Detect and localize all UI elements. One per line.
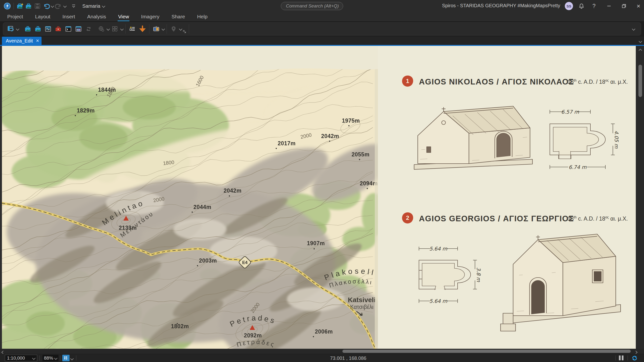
terrain-blob	[123, 95, 176, 119]
catalog-pane-button[interactable]	[23, 24, 33, 34]
spot-height-dot	[359, 159, 360, 160]
project-dropdown[interactable]	[102, 2, 106, 10]
close-button[interactable]: ×	[633, 0, 644, 12]
document-tab-label: Avenza_Edit	[6, 38, 33, 44]
minimize-button[interactable]	[604, 0, 614, 12]
church-1-sketch	[414, 106, 532, 169]
zoom-level-value: 88%	[44, 356, 53, 361]
chevron-down-icon	[120, 27, 124, 31]
report-sparkle-icon	[129, 25, 136, 32]
notifications-button[interactable]	[577, 2, 586, 10]
grid-plus-icon	[64, 356, 68, 360]
spot-height-label: 1802m	[171, 323, 189, 330]
layout-page[interactable]: E4 1844m1829m1975m2017m2042m2055m2094m20…	[2, 46, 636, 349]
refresh-view-button[interactable]	[631, 355, 638, 362]
snapping-grid-button[interactable]	[62, 355, 70, 361]
tab-analysis[interactable]: Analysis	[87, 13, 106, 20]
device-panes-button[interactable]	[110, 24, 120, 34]
new-project-button[interactable]	[16, 2, 24, 10]
swipe-dropdown[interactable]	[161, 24, 165, 34]
tab-layout[interactable]: Layout	[34, 13, 51, 20]
app-logo[interactable]	[3, 2, 12, 10]
document-tab-strip: Avenza_Edit ×	[0, 37, 644, 45]
horizontal-scroll-thumb[interactable]	[342, 350, 631, 353]
vertical-scroll-thumb[interactable]	[638, 65, 642, 97]
tab-list-chevron[interactable]	[639, 39, 642, 43]
spot-height-label: 2006m	[315, 329, 333, 335]
signed-in-user: Spiros - STARIDAS GEOGRAPHY #MakingMapsP…	[442, 3, 560, 8]
redo-button[interactable]	[54, 2, 63, 10]
ribbon-collapse-button[interactable]	[629, 24, 638, 34]
undo-dropdown[interactable]	[50, 2, 54, 10]
spot-height-dot	[313, 336, 314, 337]
spot-height-label: 2092m	[244, 332, 262, 339]
download-button[interactable]	[138, 24, 148, 34]
document-area: E4 1844m1829m1975m2017m2042m2055m2094m20…	[0, 46, 644, 349]
python-window-button[interactable]	[63, 24, 74, 34]
divider	[14, 3, 14, 9]
catalog-view-button[interactable]	[33, 24, 43, 34]
report-button[interactable]	[127, 24, 138, 34]
modelbuilder-button[interactable]	[84, 24, 94, 34]
swipe-button[interactable]	[151, 24, 161, 34]
map-scale-select[interactable]: 1:10,000	[5, 355, 37, 361]
customize-quick-access-button[interactable]	[69, 2, 78, 10]
toolbox-button[interactable]	[53, 24, 63, 34]
redo-dropdown[interactable]	[63, 2, 67, 10]
dialog-launcher[interactable]	[183, 30, 186, 34]
divider	[616, 356, 616, 361]
swipe-icon	[152, 25, 160, 32]
snapping-dropdown[interactable]	[71, 357, 73, 361]
exploratory-dropdown[interactable]	[106, 24, 110, 34]
pause-drawing-button[interactable]	[619, 356, 624, 360]
vertical-scrollbar[interactable]	[636, 46, 644, 349]
tab-imagery[interactable]: Imagery	[140, 13, 160, 20]
modelbuilder-icon	[85, 25, 92, 32]
locate-button[interactable]	[168, 24, 179, 34]
tab-help[interactable]: Help	[196, 13, 208, 20]
tab-project[interactable]: Project	[7, 13, 24, 20]
terrain-blob	[287, 287, 345, 311]
exploratory-button[interactable]	[96, 24, 106, 34]
zoom-level-select[interactable]: 88%	[42, 355, 58, 361]
save-icon	[34, 3, 41, 9]
restore-button[interactable]	[618, 0, 630, 12]
device-panes-dropdown[interactable]	[120, 24, 124, 34]
reset-panes-button[interactable]	[6, 24, 16, 34]
open-project-icon	[25, 2, 32, 10]
tab-insert[interactable]: Insert	[62, 13, 76, 20]
chevron-down-icon	[16, 27, 19, 31]
download-arrow-icon	[139, 25, 146, 32]
avatar[interactable]: SS	[565, 2, 573, 10]
tab-share[interactable]: Share	[171, 13, 186, 20]
topographic-map: E4 1844m1829m1975m2017m2042m2055m2094m20…	[2, 46, 378, 349]
reset-panes-dropdown[interactable]	[16, 24, 19, 34]
spot-height-label: 2042m	[321, 133, 339, 139]
document-tab-avenza-edit[interactable]: Avenza_Edit ×	[2, 37, 42, 45]
ribbon	[0, 21, 644, 37]
chevron-down-icon	[102, 4, 105, 8]
chevron-up-icon	[639, 49, 642, 52]
locate-dropdown[interactable]	[179, 24, 182, 34]
undo-button[interactable]	[42, 2, 50, 10]
save-button[interactable]	[33, 2, 42, 10]
help-button[interactable]: ?	[589, 2, 599, 10]
catalog-pane-icon	[24, 25, 31, 32]
tab-view[interactable]: View	[118, 13, 130, 20]
toolbox-icon	[55, 25, 62, 32]
redo-icon	[55, 2, 62, 10]
spot-height-dot	[329, 141, 330, 142]
church-2-floor-plan: 5.64 m 5.64 m 3.8 m	[419, 246, 482, 304]
divider	[628, 356, 628, 361]
plan-1-dim-top: 6.57 m	[561, 109, 579, 115]
tasks-pane-button[interactable]	[74, 24, 84, 34]
scroll-up-arrow[interactable]	[639, 48, 642, 53]
open-project-button[interactable]	[24, 2, 33, 10]
pause-icon	[619, 356, 620, 360]
contents-pane-button[interactable]	[43, 24, 53, 34]
close-tab-icon[interactable]: ×	[35, 38, 40, 43]
command-search[interactable]: Command Search (Alt+Q)	[281, 2, 343, 10]
contour-elevation-label: 1800	[163, 159, 174, 166]
horizontal-scrollbar[interactable]	[0, 349, 644, 354]
restore-icon	[622, 4, 626, 8]
